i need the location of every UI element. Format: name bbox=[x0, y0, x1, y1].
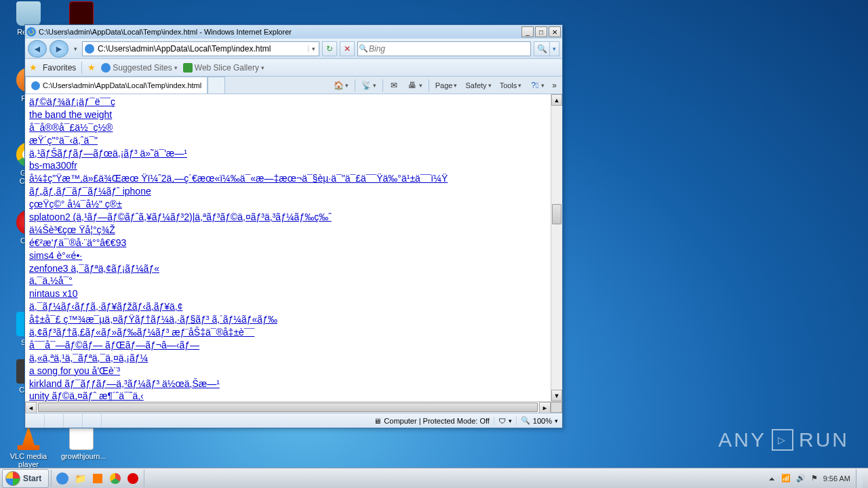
nav-history-dropdown[interactable]: ▾ bbox=[71, 45, 79, 52]
favorites-label[interactable]: Favorites bbox=[43, 63, 76, 73]
new-tab-button[interactable] bbox=[208, 77, 225, 94]
readmail-button[interactable]: ✉ bbox=[387, 79, 401, 92]
security-zone[interactable]: 🖥 Computer | Protected Mode: Off bbox=[370, 417, 494, 425]
close-button[interactable]: ✕ bbox=[549, 26, 561, 37]
content-area: äƒ©äƒ¾äƒ¡äƒ¯ë¯¯çthe band the weightå¯å®®… bbox=[25, 94, 562, 401]
scroll-down-button[interactable]: ▼ bbox=[551, 390, 562, 401]
tab-bar: C:\Users\admin\AppData\Local\Temp\index.… bbox=[25, 77, 562, 94]
page-content: äƒ©äƒ¾äƒ¡äƒ¯ë¯¯çthe band the weightå¯å®®… bbox=[25, 94, 551, 401]
status-bar: 🖥 Computer | Protected Mode: Off 🛡▾ 🔍100… bbox=[25, 413, 562, 428]
zoom-control[interactable]: 🔍100%▾ bbox=[516, 416, 562, 425]
print-button[interactable]: 🖶▾ bbox=[406, 79, 425, 92]
ql-chrome[interactable] bbox=[107, 470, 123, 487]
address-input[interactable] bbox=[96, 44, 308, 54]
show-desktop-button[interactable] bbox=[856, 469, 863, 488]
page-link[interactable]: a song for you å'Œè¨³ bbox=[29, 365, 547, 378]
page-link[interactable]: zenfone3 ä,¯ãƒªä,¢ãƒ¡ãƒ¼ãƒ« bbox=[29, 262, 547, 275]
webslice-icon bbox=[183, 63, 193, 73]
page-link[interactable]: bs-ma300fr bbox=[29, 159, 547, 172]
scroll-track[interactable] bbox=[551, 106, 562, 390]
tray-sound-icon[interactable]: 🔊 bbox=[796, 474, 806, 483]
page-link[interactable]: ä,¹ãƒŠãƒƒãƒ—ãƒœä,¡ãƒ³ ä»˜ä¯'æ—¹ bbox=[29, 147, 547, 160]
refresh-button[interactable]: ↻ bbox=[322, 41, 337, 56]
toolbar-overflow[interactable]: » bbox=[551, 81, 558, 90]
scroll-thumb[interactable] bbox=[552, 204, 561, 224]
page-link[interactable]: splatoon2 (ä,¹ãƒ—ãƒ©ãƒˆã,¥ãƒ¼ãƒ³2)|ä,ªãƒ… bbox=[29, 211, 547, 224]
page-link[interactable]: æŸ´ç"°ä¯‹ä,ˆä¯" bbox=[29, 134, 547, 147]
page-link[interactable]: å¯¯å¯—ãƒ©ãƒ— ãƒŒãƒ—ãƒ¬â—‹ãƒ— bbox=[29, 339, 547, 352]
tray-flag-icon[interactable]: ⚑ bbox=[811, 474, 818, 483]
add-favorite-icon[interactable]: ★ bbox=[87, 62, 96, 73]
search-bar[interactable]: 🔍 bbox=[357, 41, 531, 56]
help-button[interactable]: ?⃝▾ bbox=[528, 79, 547, 92]
quick-launch: 📁 bbox=[51, 470, 144, 487]
page-link[interactable]: å¯å®®å¯£ä½¯ç½® bbox=[29, 121, 547, 134]
ql-opera[interactable] bbox=[125, 470, 141, 487]
taskbar: Start 📁 ⏶ 📶 🔊 ⚑ 9:56 AM bbox=[0, 468, 868, 488]
page-link[interactable]: ä,«ä,ªä,¹ä,¯ãƒªä,¯ä,¤ä,¡ãƒ¼ bbox=[29, 352, 547, 365]
maximize-button[interactable]: □ bbox=[535, 26, 547, 37]
tray-network-icon[interactable]: 📶 bbox=[781, 474, 791, 483]
titlebar[interactable]: C:\Users\admin\AppData\Local\Temp\index.… bbox=[25, 25, 562, 39]
favorites-star-icon[interactable]: ★ bbox=[29, 62, 37, 73]
address-dropdown[interactable]: ▾ bbox=[308, 45, 319, 52]
search-button[interactable]: 🔍 bbox=[534, 41, 550, 56]
tray-expand-icon[interactable]: ⏶ bbox=[768, 474, 776, 483]
vertical-scrollbar[interactable]: ▲ ▼ bbox=[551, 94, 562, 401]
start-button[interactable]: Start bbox=[2, 469, 49, 488]
back-button[interactable]: ◄ bbox=[28, 40, 47, 58]
scroll-up-button[interactable]: ▲ bbox=[551, 94, 562, 106]
page-link[interactable]: ä,¯ä,½å¯° bbox=[29, 274, 547, 287]
page-link[interactable]: the band the weight bbox=[29, 108, 547, 121]
page-link[interactable]: nintaus x10 bbox=[29, 287, 547, 300]
favorites-bar: ★ Favorites ★ Suggested Sites▾ Web Slice… bbox=[25, 59, 562, 77]
page-link[interactable]: çœŸç©° å¼¯å½" ç®± bbox=[29, 198, 547, 211]
page-link[interactable]: ãƒ„ãƒ,ãƒ¯ãƒ¯ãƒ¼ãƒˆ iphone bbox=[29, 185, 547, 198]
tools-menu[interactable]: Tools▾ bbox=[498, 80, 524, 91]
desktop-icon-vlc[interactable]: VLC media player bbox=[8, 426, 49, 468]
anyrun-watermark: ANY ▷ RUN bbox=[718, 428, 849, 451]
forward-button[interactable]: ► bbox=[50, 40, 68, 58]
page-link[interactable]: kirkland ãƒ¯ãƒƒãƒ—ä,³ãƒ¼ãƒ³ ä½œä,Šæ—¹ bbox=[29, 378, 547, 390]
ql-vlc[interactable] bbox=[90, 470, 106, 487]
tab-active[interactable]: C:\Users\admin\AppData\Local\Temp\index.… bbox=[25, 77, 208, 94]
page-link[interactable]: äƒ©äƒ¾äƒ¡äƒ¯ë¯¯ç bbox=[29, 96, 547, 108]
scroll-right-button[interactable]: ► bbox=[539, 402, 551, 413]
windows-orb-icon bbox=[5, 471, 20, 486]
ie-icon bbox=[26, 27, 36, 37]
computer-icon: 🖥 bbox=[374, 417, 381, 425]
page-link[interactable]: å‡±å¯£ ç™¾æ¯µä,¤ãƒŸãƒ†ãƒ¼ä,·ãƒ§ãƒ³ ã,´ãƒ… bbox=[29, 313, 547, 326]
stop-button[interactable]: ✕ bbox=[340, 41, 355, 56]
ql-ie[interactable] bbox=[54, 470, 71, 487]
search-input[interactable] bbox=[369, 44, 530, 54]
tab-favicon bbox=[31, 81, 40, 90]
page-link[interactable]: unity ãƒ©ä,¤ãƒˆ æ¶´ˆä¯ˆä,‹ bbox=[29, 390, 547, 401]
suggested-sites-button[interactable]: Suggested Sites▾ bbox=[101, 63, 177, 73]
page-link[interactable]: sims4 è°«é•· bbox=[29, 249, 547, 262]
desktop-icon-document[interactable]: growthjourn... bbox=[61, 426, 102, 460]
safety-menu[interactable]: Safety▾ bbox=[463, 80, 493, 91]
tray-clock[interactable]: 9:56 AM bbox=[823, 474, 850, 483]
navigation-toolbar: ◄ ► ▾ ▾ ↻ ✕ 🔍 🔍 ▾ bbox=[25, 39, 562, 59]
window-title: C:\Users\admin\AppData\Local\Temp\index.… bbox=[39, 28, 521, 36]
page-link[interactable]: å¼‡ç"Ÿæ™,ä»£ä¾Œæœ Ÿï¼ˆ2ä,—ç´€æœ«ï¼‰ä¯«æ—… bbox=[29, 172, 547, 185]
page-menu[interactable]: Page▾ bbox=[433, 80, 460, 91]
ql-explorer[interactable]: 📁 bbox=[72, 470, 88, 487]
minimize-button[interactable]: _ bbox=[521, 26, 534, 37]
play-icon: ▷ bbox=[772, 429, 793, 451]
hscroll-thumb[interactable] bbox=[38, 403, 538, 412]
page-link[interactable]: ä¼Šè³€çœ Ÿå¦°ç¾Ž bbox=[29, 224, 547, 237]
search-dropdown[interactable]: ▾ bbox=[550, 41, 559, 56]
page-link[interactable]: ä,¢ãƒ³ãƒ†ã,£ãƒ«ãƒ»ãƒ‰ãƒ¼ãƒ³ æƒ¨åŠ‡ä¯®å‡±… bbox=[29, 326, 547, 339]
rss-button[interactable]: 📡▾ bbox=[359, 79, 378, 92]
home-button[interactable]: 🏠▾ bbox=[332, 79, 351, 92]
home-icon: 🏠 bbox=[334, 80, 344, 90]
page-link[interactable]: ä,¯ãƒ¼ãƒ‹ãƒƒã,·ãƒ¥ãƒžãƒ‹ã,ãƒ¥ä,¢ bbox=[29, 300, 547, 313]
scroll-left-button[interactable]: ◄ bbox=[25, 402, 37, 413]
shield-icon: 🛡 bbox=[498, 417, 506, 425]
web-slice-gallery-button[interactable]: Web Slice Gallery▾ bbox=[183, 63, 264, 73]
protected-mode-indicator[interactable]: 🛡▾ bbox=[494, 417, 516, 425]
horizontal-scrollbar[interactable]: ◄ ► bbox=[25, 401, 562, 413]
address-bar[interactable]: ▾ bbox=[82, 41, 319, 56]
page-link[interactable]: é€²æ'ƒä¯®å·¨ä°°â€€93 bbox=[29, 237, 547, 249]
